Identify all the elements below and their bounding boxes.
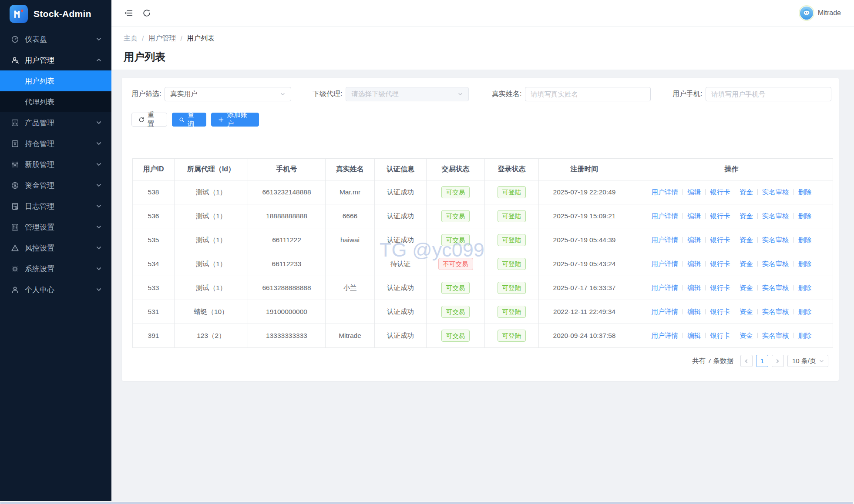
sidebar-item-product-management[interactable]: 产品管理 [0, 112, 111, 133]
next-page-button[interactable] [772, 355, 784, 367]
row-action-real-name-audit[interactable]: 实名审核 [762, 212, 789, 220]
search-button[interactable]: 查询 [172, 113, 206, 127]
sidebar-item-profile-center[interactable]: 个人中心 [0, 279, 111, 300]
sidebar-item-admin-settings[interactable]: 管理设置 [0, 217, 111, 237]
page-size-select[interactable]: 10 条/页 [787, 355, 828, 367]
sidebar-item-label: 新股管理 [25, 160, 96, 170]
row-action-funds[interactable]: 资金 [740, 308, 753, 315]
action-separator [757, 189, 758, 195]
row-action-real-name-audit[interactable]: 实名审核 [762, 284, 789, 291]
row-action-edit[interactable]: 编辑 [687, 332, 701, 339]
row-action-edit[interactable]: 编辑 [687, 188, 701, 196]
user-menu[interactable]: Mitrade [800, 6, 841, 20]
cell-trade-status: 不可交易 [427, 252, 485, 276]
breadcrumb-user-management[interactable]: 用户管理 [148, 34, 176, 43]
sidebar-item-dashboard[interactable]: 仪表盘 [0, 29, 111, 50]
action-separator [757, 213, 758, 219]
row-action-funds[interactable]: 资金 [740, 284, 753, 291]
chevron-down-icon [96, 182, 102, 188]
row-action-delete[interactable]: 删除 [798, 332, 812, 339]
sidebar-subitem-agent-list[interactable]: 代理列表 [0, 91, 111, 112]
phone-input[interactable] [706, 87, 831, 101]
row-action-bank-card[interactable]: 银行卡 [710, 188, 730, 196]
row-action-delete[interactable]: 删除 [798, 284, 812, 291]
row-action-real-name-audit[interactable]: 实名审核 [762, 188, 789, 196]
sidebar-item-system-settings[interactable]: 系统设置 [0, 258, 111, 279]
row-action-funds[interactable]: 资金 [740, 332, 753, 339]
row-action-user-detail[interactable]: 用户详情 [651, 260, 678, 267]
prev-page-button[interactable] [740, 355, 753, 367]
column-header: 认证信息 [375, 159, 427, 180]
app-logo[interactable]: Stock-Admin [0, 0, 111, 28]
cell-trade-status: 可交易 [427, 180, 485, 204]
row-action-user-detail[interactable]: 用户详情 [651, 212, 678, 220]
sidebar-subitem-user-list[interactable]: 用户列表 [0, 70, 111, 91]
row-action-delete[interactable]: 删除 [798, 236, 812, 244]
trade-status-badge: 可交易 [441, 186, 470, 199]
sidebar-item-risk-settings[interactable]: 风控设置 [0, 237, 111, 258]
agent-filter-select[interactable]: 请选择下级代理 [346, 87, 469, 101]
row-action-real-name-audit[interactable]: 实名审核 [762, 308, 789, 315]
row-action-bank-card[interactable]: 银行卡 [710, 332, 730, 339]
user-filter-select[interactable]: 真实用户 [165, 87, 291, 101]
sidebar-item-funds-management[interactable]: 资金管理 [0, 175, 111, 196]
row-action-edit[interactable]: 编辑 [687, 212, 701, 220]
action-separator [705, 333, 706, 338]
horizontal-scrollbar-thumb[interactable] [0, 502, 853, 504]
cell-actions: 用户详情编辑银行卡资金实名审核删除 [630, 228, 833, 252]
refresh-icon[interactable] [142, 8, 152, 18]
row-action-delete[interactable]: 删除 [798, 308, 812, 315]
row-action-user-detail[interactable]: 用户详情 [651, 236, 678, 244]
cell-id: 531 [133, 300, 175, 324]
trade-status-badge: 可交易 [441, 330, 470, 342]
collapse-sidebar-icon[interactable] [124, 8, 134, 18]
row-action-bank-card[interactable]: 银行卡 [710, 212, 730, 220]
row-action-delete[interactable]: 删除 [798, 260, 812, 267]
chevron-up-icon [96, 57, 102, 63]
row-action-real-name-audit[interactable]: 实名审核 [762, 332, 789, 339]
chevron-down-icon [96, 203, 102, 209]
sidebar-item-log-management[interactable]: 日志管理 [0, 196, 111, 217]
row-action-user-detail[interactable]: 用户详情 [651, 284, 678, 291]
row-action-funds[interactable]: 资金 [740, 212, 753, 220]
row-action-edit[interactable]: 编辑 [687, 260, 701, 267]
add-account-button[interactable]: 添加账户 [211, 113, 259, 127]
cell-login-status: 可登陆 [485, 228, 539, 252]
page-number-button[interactable]: 1 [756, 355, 768, 367]
sidebar-item-position-management[interactable]: 持仓管理 [0, 133, 111, 154]
row-action-edit[interactable]: 编辑 [687, 236, 701, 244]
sidebar-item-ipo-management[interactable]: 新股管理 [0, 154, 111, 175]
sidebar-item-user-management[interactable]: 用户管理 [0, 50, 111, 70]
row-action-user-detail[interactable]: 用户详情 [651, 308, 678, 315]
row-action-bank-card[interactable]: 银行卡 [710, 308, 730, 315]
row-action-real-name-audit[interactable]: 实名审核 [762, 236, 789, 244]
column-header: 手机号 [248, 159, 326, 180]
action-separator [757, 333, 758, 338]
action-separator [793, 309, 794, 314]
row-action-delete[interactable]: 删除 [798, 212, 812, 220]
row-action-user-detail[interactable]: 用户详情 [651, 332, 678, 339]
app-logo-icon [10, 5, 28, 23]
table-row: 536测试（1）188888888886666认证成功可交易可登陆2025-07… [133, 204, 833, 228]
cell-agent: 测试（1） [175, 180, 248, 204]
row-action-funds[interactable]: 资金 [740, 236, 753, 244]
cell-auth: 待认证 [375, 252, 427, 276]
row-action-bank-card[interactable]: 银行卡 [710, 284, 730, 291]
row-action-edit[interactable]: 编辑 [687, 308, 701, 315]
action-separator [683, 333, 683, 338]
action-separator [705, 189, 706, 195]
cell-real-name: 小兰 [326, 276, 375, 300]
row-action-bank-card[interactable]: 银行卡 [710, 236, 730, 244]
row-action-real-name-audit[interactable]: 实名审核 [762, 260, 789, 267]
row-action-funds[interactable]: 资金 [740, 260, 753, 267]
cell-actions: 用户详情编辑银行卡资金实名审核删除 [630, 276, 833, 300]
reset-button[interactable]: 重置 [131, 113, 167, 127]
row-action-delete[interactable]: 删除 [798, 188, 812, 196]
row-action-bank-card[interactable]: 银行卡 [710, 260, 730, 267]
horizontal-scrollbar[interactable] [0, 501, 854, 504]
breadcrumb-home[interactable]: 主页 [124, 34, 138, 43]
row-action-user-detail[interactable]: 用户详情 [651, 188, 678, 196]
row-action-edit[interactable]: 编辑 [687, 284, 701, 291]
real-name-input[interactable] [525, 87, 651, 101]
row-action-funds[interactable]: 资金 [740, 188, 753, 196]
